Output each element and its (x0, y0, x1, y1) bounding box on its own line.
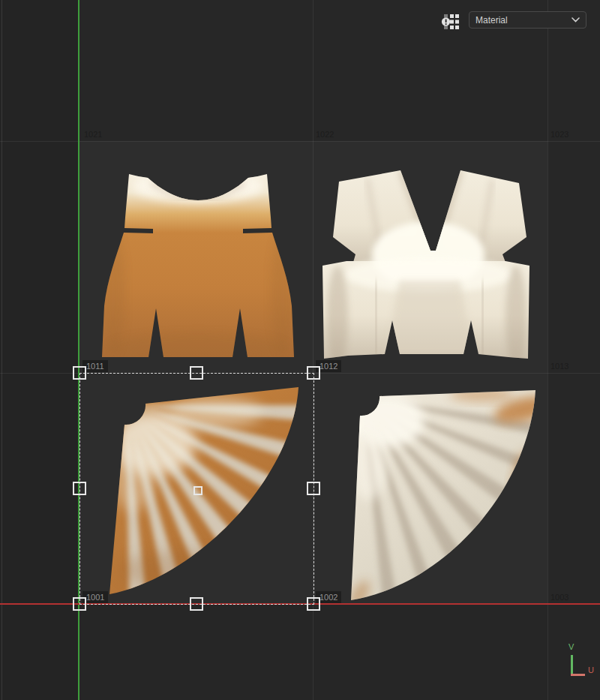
selection-handle-top-left[interactable] (73, 366, 86, 380)
uv-island-back-bodice[interactable] (321, 168, 531, 360)
uv-island-front-bodice[interactable] (100, 168, 296, 360)
tile-label-1023: 1023 (550, 129, 568, 140)
below-u-axis-region (80, 604, 600, 700)
u-axis-label: U (588, 665, 594, 674)
grid-line-vertical-2 (548, 0, 548, 700)
tile-label-1011: 1011 (82, 360, 108, 372)
v-axis-gizmo-arrow (571, 655, 573, 675)
selection-handle-bottom-middle[interactable] (190, 597, 203, 611)
selection-handle-bottom-left[interactable] (73, 597, 86, 611)
u-axis-gizmo-arrow (571, 674, 585, 676)
uv-island-skirt-fan-right[interactable] (334, 380, 541, 603)
tile-label-1013: 1013 (550, 361, 568, 372)
selection-handle-bottom-right[interactable] (307, 597, 320, 611)
v-axis-label: V (568, 642, 574, 651)
material-select[interactable]: Material (469, 11, 586, 29)
tiled-image-icon[interactable] (441, 12, 460, 32)
selection-handle-center[interactable] (194, 486, 202, 495)
grid-line-horizontal-1 (0, 141, 600, 142)
selection-handle-top-middle[interactable] (190, 366, 203, 380)
material-select-value: Material (476, 15, 508, 26)
chevron-down-icon (572, 17, 580, 23)
tile-label-1003: 1003 (550, 592, 568, 603)
tile-label-1021: 1021 (84, 129, 102, 140)
uv-axis-gizmo: V U (561, 642, 600, 686)
selection-handle-middle-right[interactable] (307, 482, 320, 495)
tile-label-1022: 1022 (316, 129, 334, 140)
selection-handle-top-right[interactable] (307, 366, 320, 380)
editor-left-border (2, 0, 2, 700)
uv-editor-viewport[interactable]: 1021 1022 1023 1011 1012 1013 1001 1002 … (0, 0, 600, 700)
selection-handle-middle-left[interactable] (73, 482, 86, 495)
